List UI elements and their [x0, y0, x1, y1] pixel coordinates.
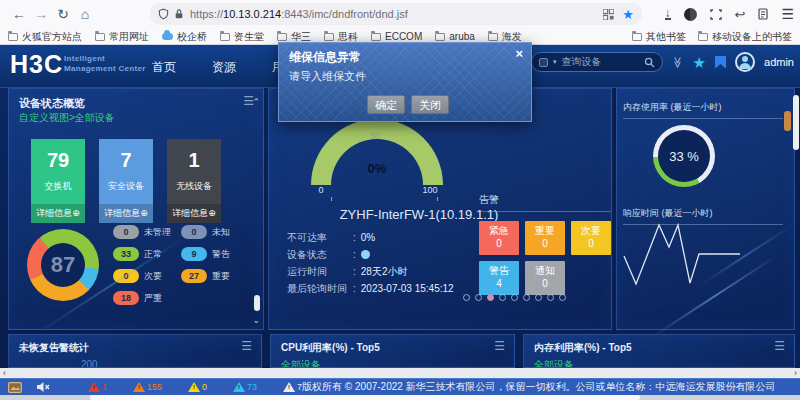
- scroll-left-icon[interactable]: ‹: [3, 368, 6, 378]
- detail-link[interactable]: 详细信息⊕: [167, 204, 221, 223]
- bookmark-item[interactable]: 常用网址: [95, 30, 149, 44]
- nav-home[interactable]: 首页: [152, 59, 176, 76]
- detail-link[interactable]: 详细信息⊕: [31, 204, 85, 223]
- carousel-dot[interactable]: [559, 294, 566, 301]
- carousel-dot[interactable]: [511, 294, 518, 301]
- carousel-dot[interactable]: [535, 294, 542, 301]
- scroll-up-icon[interactable]: ⌃: [252, 97, 260, 107]
- address-bar[interactable]: https://10.13.0.214:8443/imc/dndfront/dn…: [150, 3, 642, 25]
- cpu-top5-panel: CPU利用率(%) - Top5 全部设备 ☰: [270, 334, 515, 368]
- carousel-dot[interactable]: [475, 294, 482, 301]
- panel-title: 内存利用率(%) - Top5: [534, 341, 784, 355]
- url-scheme: https://: [190, 8, 223, 20]
- browser-vscrollbar-thumb[interactable]: [793, 95, 799, 150]
- panel-scroll-thumb-orange[interactable]: [784, 111, 791, 131]
- bookmark-item[interactable]: 火狐官方站点: [8, 30, 82, 44]
- lock-icon[interactable]: [174, 8, 184, 20]
- alarm-count-major[interactable]: 155: [133, 382, 162, 392]
- bookmark-other[interactable]: 其他书签: [632, 30, 686, 44]
- back-icon[interactable]: ←: [8, 6, 30, 22]
- window-icon[interactable]: [8, 382, 22, 393]
- alarm-tile-warning[interactable]: 警告4: [479, 261, 519, 295]
- carousel-dot[interactable]: [499, 294, 506, 301]
- reload-icon[interactable]: ↻: [52, 6, 74, 22]
- bookmark-item[interactable]: ECCOM: [371, 31, 422, 42]
- alarm-count-critical[interactable]: 1: [88, 382, 107, 392]
- performance-panel: 内存使用率 (最近一小时) 33 % 响应时间 (最近一小时): [616, 88, 795, 330]
- search-icon[interactable]: [644, 57, 655, 68]
- alarm-count-warning[interactable]: 73: [233, 382, 257, 392]
- search-category-icon[interactable]: [539, 58, 548, 67]
- switch-card[interactable]: 79 交换机 详细信息⊕: [31, 139, 85, 223]
- shield-icon[interactable]: [158, 8, 169, 20]
- scroll-down-icon[interactable]: ⌄: [252, 315, 260, 325]
- panel-scrollbar-thumb[interactable]: [254, 295, 260, 311]
- screen: ← → ↻ ⌂ https://10.13.0.214:8443/imc/dnd…: [0, 0, 800, 400]
- panel-menu-icon[interactable]: ☰: [774, 340, 785, 352]
- alarm-tile-minor[interactable]: 次要0: [571, 221, 611, 255]
- favorites-star-icon[interactable]: ★: [693, 55, 706, 70]
- cancel-button[interactable]: 关闭: [411, 95, 449, 114]
- legend-item[interactable]: 33正常: [113, 247, 171, 261]
- bookmark-flag-icon[interactable]: [715, 56, 726, 69]
- panel-menu-icon[interactable]: ☰: [494, 340, 505, 352]
- carousel-dot[interactable]: [487, 294, 494, 301]
- folder-icon: [277, 33, 287, 41]
- sound-mute-icon[interactable]: [36, 381, 50, 393]
- bookmark-item[interactable]: aruba: [435, 31, 475, 42]
- darkreader-icon[interactable]: [684, 8, 697, 21]
- alarm-tile-major[interactable]: 重要0: [525, 221, 565, 255]
- alarm-count-notify[interactable]: 7: [283, 382, 302, 392]
- ok-button[interactable]: 确定: [367, 95, 405, 114]
- carousel-dot[interactable]: [547, 294, 554, 301]
- close-icon[interactable]: ×: [515, 46, 523, 61]
- folder-icon: [95, 33, 105, 41]
- plus-icon: ⊕: [72, 208, 80, 218]
- collapse-chevrons-icon[interactable]: ≫: [671, 56, 684, 68]
- security-card[interactable]: 7 安全设备 详细信息⊕: [99, 139, 153, 223]
- nav-resource[interactable]: 资源: [212, 59, 236, 76]
- legend-item[interactable]: 27重要: [181, 269, 230, 283]
- response-line: [624, 225, 740, 284]
- bookmark-star-icon[interactable]: ★: [622, 8, 634, 21]
- alarm-tile-critical[interactable]: 紧急0: [479, 221, 519, 255]
- alarm-tile-notify[interactable]: 通知0: [525, 261, 565, 295]
- all-devices-link[interactable]: 全部设备: [281, 358, 504, 368]
- bookmark-item[interactable]: 资生堂: [220, 30, 264, 44]
- username[interactable]: admin: [764, 56, 794, 68]
- scroll-right-icon[interactable]: ›: [794, 368, 797, 378]
- legend-item[interactable]: 9警告: [181, 247, 230, 261]
- bookmark-mobile[interactable]: 移动设备上的书签: [698, 30, 792, 44]
- panel-menu-icon[interactable]: ☰: [241, 340, 252, 352]
- forward-icon[interactable]: →: [30, 6, 52, 22]
- chevron-down-icon: ▾: [553, 58, 557, 66]
- legend-item[interactable]: 18严重: [113, 291, 171, 305]
- unrecovered-alarm-panel: 未恢复告警统计 ☰ 200: [8, 334, 262, 368]
- screenshot-icon[interactable]: [710, 9, 722, 20]
- menu-icon[interactable]: ☰: [781, 7, 794, 21]
- legend-item[interactable]: 0未管理: [113, 225, 171, 239]
- legend-item[interactable]: 0未知: [181, 225, 230, 239]
- home-icon[interactable]: ⌂: [74, 6, 96, 22]
- qr-icon[interactable]: [603, 9, 614, 20]
- dialog-message: 请导入维保文件: [289, 69, 366, 84]
- avatar[interactable]: [735, 52, 755, 72]
- view-breadcrumb-link[interactable]: 自定义视图>全部设备: [19, 111, 115, 125]
- undo-icon[interactable]: ↩: [735, 8, 746, 21]
- download-icon[interactable]: ↓: [665, 8, 671, 20]
- device-search-input[interactable]: ▾ 查询设备: [531, 52, 663, 72]
- page-scrollbar[interactable]: ‹ ›: [0, 368, 800, 378]
- legend-item[interactable]: 0次要: [113, 269, 171, 283]
- carousel-dot[interactable]: [463, 294, 470, 301]
- all-devices-link[interactable]: 全部设备: [534, 358, 784, 368]
- device-type-cards: 79 交换机 详细信息⊕ 7 安全设备 详细信息⊕ 1 无线设备 详细信息⊕: [31, 139, 221, 223]
- wireless-card[interactable]: 1 无线设备 详细信息⊕: [167, 139, 221, 223]
- carousel-dot[interactable]: [523, 294, 530, 301]
- alarm-count-minor[interactable]: 0: [188, 382, 207, 392]
- browser-hscrollbar[interactable]: [0, 395, 800, 400]
- bookmark-item[interactable]: 校企桥: [162, 30, 207, 44]
- status-footer: 1 155 0 73 7 版权所有 © 2007-2022 新华三技术有限公司，…: [0, 378, 800, 395]
- hscrollbar-thumb[interactable]: [90, 395, 640, 400]
- detail-link[interactable]: 详细信息⊕: [99, 204, 153, 223]
- notes-icon[interactable]: [758, 8, 768, 20]
